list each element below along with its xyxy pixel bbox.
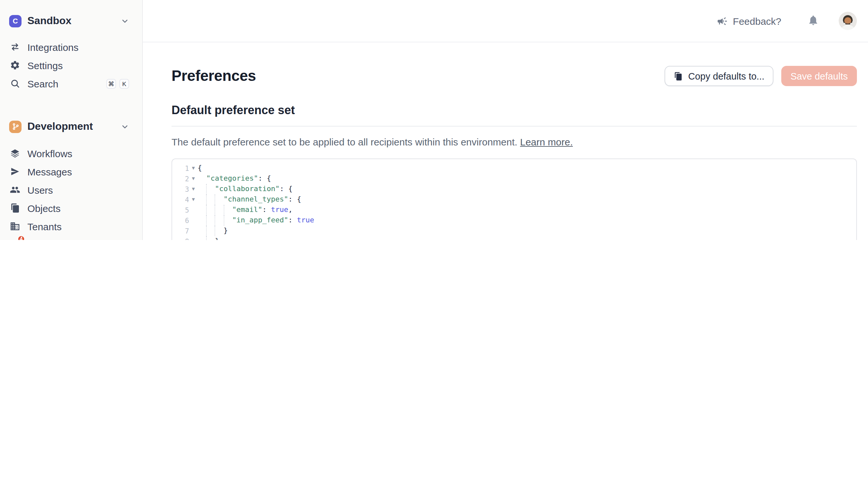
sidebar-primary-nav: IntegrationsSettingsSearch⌘K [0, 38, 142, 93]
description-text: The default preference set to be applied… [172, 136, 518, 147]
code-content: { [197, 163, 856, 174]
code-content: "in_app_feed": true [197, 215, 856, 226]
section-description: The default preference set to be applied… [172, 136, 857, 147]
topbar: Feedback? [143, 0, 868, 42]
sidebar-item-commits[interactable]: 4Commits [0, 235, 142, 240]
environment-name: Development [27, 121, 121, 132]
sidebar-item-users[interactable]: Users [0, 181, 142, 199]
notifications-button[interactable] [807, 14, 819, 28]
json-editor[interactable]: 1▼{2▼ "categories": {3▼ "collaboration":… [172, 158, 857, 240]
editor-line-4[interactable]: 4▼ "channel_types": { [172, 194, 856, 205]
sidebar-item-label: Commits [27, 239, 129, 240]
workspace-name: Sandbox [27, 15, 121, 27]
fold-arrow-icon[interactable]: ▼ [189, 194, 197, 205]
editor-line-5[interactable]: 5 "email": true, [172, 205, 856, 215]
section-divider [172, 126, 857, 126]
editor-line-2[interactable]: 2▼ "categories": { [172, 174, 856, 184]
sidebar-item-objects[interactable]: Objects [0, 199, 142, 217]
git-branch-icon [9, 120, 22, 133]
sidebar-item-settings[interactable]: Settings [0, 56, 142, 74]
line-number: 2 [172, 174, 189, 184]
copy-defaults-label: Copy defaults to... [688, 71, 765, 81]
copy-defaults-button[interactable]: Copy defaults to... [665, 66, 774, 86]
editor-line-7[interactable]: 7 } [172, 226, 856, 236]
code-content: } [197, 226, 856, 236]
fold-arrow-icon[interactable]: ▼ [189, 174, 197, 184]
sidebar-item-label: Workflows [27, 148, 129, 159]
line-number: 7 [172, 226, 189, 236]
documents-icon [9, 202, 21, 214]
feedback-label: Feedback? [733, 15, 781, 26]
sidebar-item-integrations[interactable]: Integrations [0, 38, 142, 56]
editor-line-8[interactable]: 8 }, [172, 236, 856, 240]
workspace-switcher[interactable]: C Sandbox [0, 10, 142, 32]
sidebar-environment-nav: WorkflowsMessagesUsersObjectsTenants4Com… [0, 144, 142, 240]
workspace-logo: C [9, 15, 22, 27]
sidebar-item-label: Tenants [27, 221, 129, 232]
layers-icon [9, 147, 21, 159]
bell-icon [807, 14, 819, 28]
line-number: 5 [172, 205, 189, 215]
fold-arrow-icon[interactable]: ▼ [189, 184, 197, 194]
line-number: 1 [172, 163, 189, 174]
sidebar-item-workflows[interactable]: Workflows [0, 144, 142, 162]
code-content: "channel_types": { [197, 194, 856, 205]
search-icon [9, 78, 21, 89]
sidebar-item-label: Settings [27, 60, 129, 71]
sidebar-item-label: Search [27, 78, 106, 89]
code-content: "categories": { [197, 174, 856, 184]
page-title: Preferences [172, 67, 256, 85]
feedback-button[interactable]: Feedback? [717, 15, 781, 26]
section-title: Default preference set [172, 104, 857, 117]
sidebar-item-search[interactable]: Search⌘K [0, 74, 142, 93]
sidebar-item-label: Messages [27, 166, 129, 177]
kbd-key: ⌘ [106, 79, 116, 88]
editor-line-6[interactable]: 6 "in_app_feed": true [172, 215, 856, 226]
editor-line-3[interactable]: 3▼ "collaboration": { [172, 184, 856, 194]
fold-arrow-icon[interactable]: ▼ [189, 163, 197, 174]
sidebar-item-label: Users [27, 184, 129, 195]
commit-count-badge: 4 [17, 235, 25, 240]
keyboard-shortcut: ⌘K [106, 79, 129, 88]
code-content: "email": true, [197, 205, 856, 215]
line-number: 4 [172, 194, 189, 205]
code-content: }, [197, 236, 856, 240]
kbd-key: K [119, 79, 129, 88]
chevron-down-icon [121, 17, 129, 25]
copy-icon [674, 71, 683, 81]
line-number: 8 [172, 236, 189, 240]
building-icon [9, 220, 21, 232]
code-content: "collaboration": { [197, 184, 856, 194]
main-content: Preferences Copy defaults to... Save def… [143, 42, 868, 240]
line-number: 6 [172, 215, 189, 226]
megaphone-icon [717, 15, 728, 26]
git-branch-icon: 4 [9, 239, 21, 240]
sidebar-item-messages[interactable]: Messages [0, 162, 142, 181]
user-avatar[interactable] [839, 12, 857, 30]
app-window: C Sandbox IntegrationsSettingsSearch⌘K D… [0, 0, 868, 240]
save-defaults-label: Save defaults [790, 71, 848, 81]
sidebar-item-label: Objects [27, 203, 129, 214]
sidebar-item-tenants[interactable]: Tenants [0, 217, 142, 235]
line-number: 3 [172, 184, 189, 194]
environment-switcher[interactable]: Development [0, 115, 142, 138]
sidebar: C Sandbox IntegrationsSettingsSearch⌘K D… [0, 0, 143, 240]
integrations-icon [9, 41, 21, 53]
users-icon [9, 184, 21, 196]
learn-more-link[interactable]: Learn more. [520, 136, 573, 147]
gear-icon [9, 59, 21, 71]
editor-line-1[interactable]: 1▼{ [172, 163, 856, 174]
sidebar-item-label: Integrations [27, 41, 129, 53]
chevron-down-icon [121, 122, 129, 131]
save-defaults-button[interactable]: Save defaults [781, 66, 857, 86]
paper-plane-icon [9, 166, 21, 177]
editor-lines: 1▼{2▼ "categories": {3▼ "collaboration":… [172, 159, 856, 240]
